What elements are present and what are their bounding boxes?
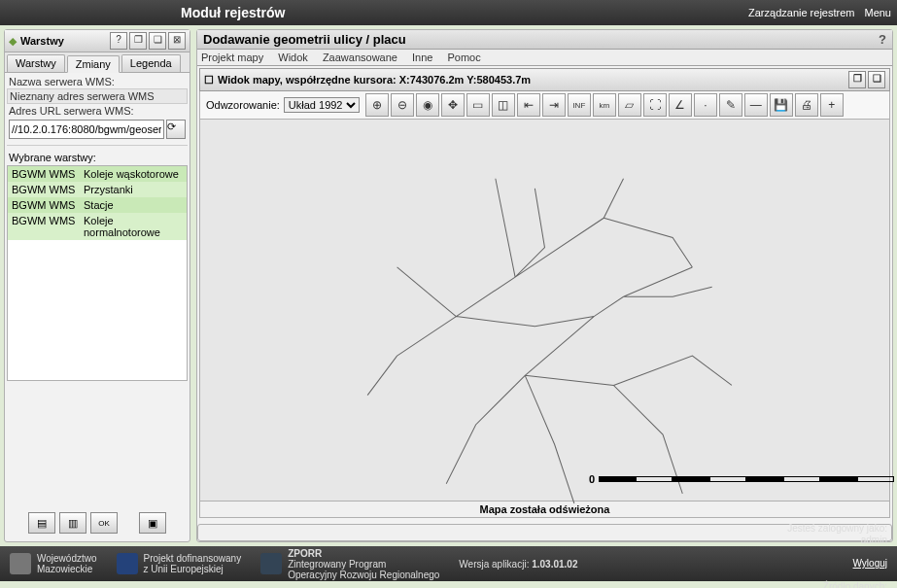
tab-legenda[interactable]: Legenda (121, 54, 181, 72)
wms-url-input[interactable] (9, 120, 164, 139)
logout-link[interactable]: Wyloguj (597, 558, 887, 570)
help-icon[interactable]: ? (110, 32, 127, 50)
scale-bar: 0 200.0km (589, 473, 897, 485)
menu-link[interactable]: Menu (864, 7, 891, 18)
window-icon[interactable]: ◫ (492, 93, 515, 117)
zporr-label: ZPORRZintegrowany Program Operacyjny Roz… (288, 548, 439, 580)
menu-bar: Projekt mapy Widok Zaawansowane Inne Pom… (197, 50, 892, 66)
restore-icon[interactable]: ❐ (129, 32, 147, 50)
map-restore-icon[interactable]: ❐ (848, 71, 866, 88)
map-toolbar: Odwzorowanie: Układ 1992 ⊕ ⊖ ◉ ✥ ▭ ◫ ⇤ ⇥… (199, 91, 890, 120)
ok-button[interactable]: OK (90, 512, 118, 534)
prev-extent-icon[interactable]: ⇤ (517, 93, 540, 117)
wms-url-label: Adres URL serwera WMS: (7, 104, 188, 118)
projection-label: Odwzorowanie: (202, 99, 284, 111)
maximize-icon[interactable]: ❏ (149, 32, 166, 50)
angle-icon[interactable]: ∠ (669, 93, 692, 117)
layer-row[interactable]: BGWM WMSPrzystanki (8, 182, 187, 197)
rect-icon[interactable]: ▭ (466, 93, 490, 117)
page-title: Dodawanie geometrii ulicy / placu (203, 32, 406, 47)
tab-warstwy[interactable]: Warstwy (7, 54, 65, 72)
selected-layers-label: Wybrane warstwy: (7, 145, 188, 165)
app-version: Wersja aplikacji: 1.03.01.02 (459, 559, 577, 570)
layers-list: BGWM WMSKoleje wąskotorowe BGWM WMSPrzys… (7, 165, 188, 381)
save-icon[interactable]: 💾 (770, 93, 793, 117)
projection-select[interactable]: Układ 1992 (284, 97, 360, 113)
move-down-button[interactable]: ▥ (59, 512, 86, 534)
pan-icon[interactable]: ✥ (441, 93, 465, 117)
map-canvas[interactable]: 0 200.0km (199, 120, 890, 502)
menu-projekt[interactable]: Projekt mapy (201, 52, 263, 63)
info-icon[interactable]: INF (568, 93, 591, 117)
line-icon[interactable]: — (744, 93, 768, 117)
print-icon[interactable]: 🖨 (795, 93, 818, 117)
remove-button[interactable]: ▣ (139, 512, 166, 534)
point-icon[interactable]: · (694, 93, 717, 117)
measure-area-icon[interactable]: ▱ (618, 93, 641, 117)
layer-row[interactable]: BGWM WMSStacje (8, 197, 187, 213)
menu-inne[interactable]: Inne (412, 52, 432, 63)
menu-zaawansowane[interactable]: Zaawansowane (323, 52, 397, 63)
app-title: Moduł rejestrów (181, 5, 285, 20)
wms-name-label: Nazwa serwera WMS: (7, 75, 188, 88)
layers-panel: ◆ Warstwy ? ❐ ❏ ⊠ Warstwy Zmiany Legenda… (4, 29, 190, 542)
full-extent-icon[interactable]: ◉ (416, 93, 439, 117)
map-maximize-icon[interactable]: ❏ (868, 71, 885, 88)
zoom-in-icon[interactable]: ⊕ (365, 93, 389, 117)
tab-zmiany[interactable]: Zmiany (67, 55, 120, 73)
wojewodztwo-label: Województwo Mazowieckie (37, 553, 97, 574)
move-up-button[interactable]: ▤ (28, 512, 55, 534)
menu-widok[interactable]: Widok (278, 52, 308, 63)
session-info: Jesteś zalogowny jako: admin Wyloguj Źró… (597, 523, 887, 588)
zporr-logo (260, 553, 282, 574)
layer-row[interactable]: BGWM WMSKoleje wąskotorowe (8, 166, 187, 182)
menu-pomoc[interactable]: Pomoc (448, 52, 481, 63)
eu-logo (117, 553, 138, 574)
draw-icon[interactable]: ✎ (719, 93, 742, 117)
close-icon[interactable]: ⊠ (168, 32, 186, 50)
load-wms-button[interactable]: ⟳ (166, 120, 186, 139)
main-panel: Dodawanie geometrii ulicy / placu ? Proj… (196, 29, 893, 542)
measure-dist-icon[interactable]: km (593, 93, 616, 117)
map-window-checkbox[interactable]: ☐ (204, 74, 214, 86)
select-poly-icon[interactable]: ⛶ (643, 93, 667, 117)
next-extent-icon[interactable]: ⇥ (542, 93, 566, 117)
layer-row[interactable]: BGWM WMSKoleje normalnotorowe (8, 213, 187, 240)
collapse-icon[interactable]: ◆ (9, 35, 17, 48)
add-icon[interactable]: + (820, 93, 844, 117)
eu-label: Projekt dofinansowany z Unii Europejskie… (144, 553, 242, 574)
wms-name-value: Nieznany adres serwera WMS (7, 88, 188, 104)
layers-panel-title: Warstwy (20, 35, 64, 47)
zoom-out-icon[interactable]: ⊖ (391, 93, 414, 117)
map-window-title: Widok mapy, współrzędne kursora: X:74307… (218, 74, 531, 86)
wojewodztwo-logo (10, 553, 31, 574)
manage-registry-link[interactable]: Zarządzanie rejestrem (748, 7, 854, 18)
page-help-icon[interactable]: ? (879, 32, 886, 47)
